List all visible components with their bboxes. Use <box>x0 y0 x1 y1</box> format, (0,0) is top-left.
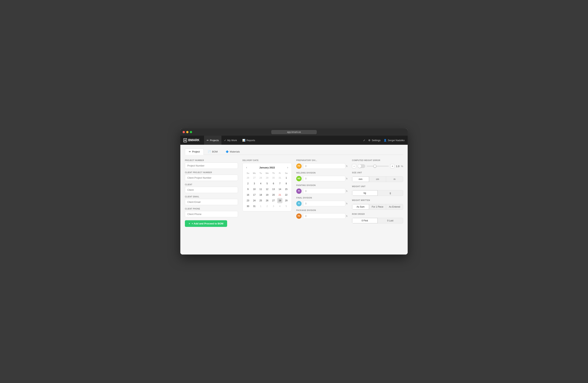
cal-day[interactable]: 29 <box>284 198 289 203</box>
weight-unit-label: WEIGHT UNIT <box>352 185 403 188</box>
cal-day[interactable]: 12 <box>264 187 270 192</box>
cal-day[interactable]: 3 <box>271 204 276 209</box>
tab-materials[interactable]: 🔷 Materials <box>222 149 244 154</box>
div-welding-input[interactable] <box>303 176 345 181</box>
cal-day[interactable]: 30 <box>271 175 276 181</box>
cal-day[interactable]: 2 <box>264 204 270 209</box>
size-unit-cm[interactable]: cm <box>369 176 386 182</box>
url-bar[interactable]: app.bmark.ee <box>271 130 317 134</box>
weight-error-toggle[interactable] <box>358 164 365 168</box>
cal-day[interactable]: 2 <box>245 181 251 186</box>
client-project-number-group: CLIENT PROJECT NUMBER <box>185 172 238 181</box>
cal-day[interactable]: 20 <box>271 192 276 198</box>
cal-day[interactable]: 5 <box>264 181 270 186</box>
navbar: B BMARK ✏ Projects ✓ My Work 📊 Reports ⤢… <box>180 136 408 145</box>
weight-written-as-sum[interactable]: As Sum <box>352 204 369 210</box>
cal-day[interactable]: 31 <box>277 175 282 181</box>
client-input[interactable] <box>185 187 238 193</box>
cal-day[interactable]: 9 <box>245 187 251 192</box>
cal-day[interactable]: 31 <box>252 204 257 209</box>
cal-day[interactable]: 27 <box>252 175 257 181</box>
div-pr-badge: PR <box>296 164 302 169</box>
cal-day[interactable]: 15 <box>284 187 289 192</box>
weight-error-minus-button[interactable]: − <box>352 164 356 168</box>
cal-day[interactable]: 27 <box>271 198 276 203</box>
div-final: FINAL DIVISION FI h <box>296 197 347 206</box>
calendar-prev-button[interactable]: ‹ <box>245 165 248 170</box>
cal-day[interactable]: 6 <box>271 181 276 186</box>
nav-projects[interactable]: ✏ Projects <box>204 136 221 145</box>
cal-day[interactable]: 19 <box>264 192 270 198</box>
cal-day[interactable]: 5 <box>284 204 289 209</box>
size-unit-m[interactable]: m <box>386 176 403 182</box>
settings-column: COMPUTED WEIGHT ERROR − + 1.0 % <box>352 159 403 224</box>
weight-written-label: WEIGHT WRITTEN <box>352 199 403 201</box>
div-preparatory-unit: h <box>346 165 347 168</box>
cal-day[interactable]: 26 <box>264 198 270 203</box>
weight-written-section: WEIGHT WRITTEN As Sum For 1 Piece As Ent… <box>352 199 403 210</box>
cal-day[interactable]: 25 <box>258 198 263 203</box>
div-final-input[interactable] <box>303 201 345 206</box>
client-phone-input[interactable] <box>185 211 238 217</box>
expand-button[interactable]: ⤢ <box>363 139 365 142</box>
cal-day[interactable]: 18 <box>258 192 263 198</box>
div-welding-input-row: h <box>303 176 347 181</box>
cal-day[interactable]: 8 <box>284 181 289 186</box>
cal-day[interactable]: 24 <box>252 198 257 203</box>
cal-day[interactable]: 13 <box>271 187 276 192</box>
add-proceed-bom-button[interactable]: + + Add and Proceed to BOM <box>185 220 227 227</box>
cal-day[interactable]: 7 <box>277 181 282 186</box>
div-painting-input[interactable] <box>303 188 345 194</box>
cal-day[interactable]: 17 <box>252 192 257 198</box>
cal-day[interactable]: 16 <box>245 192 251 198</box>
client-email-group: CLIENT EMAIL <box>185 196 238 205</box>
cal-day[interactable]: 29 <box>264 175 270 181</box>
cal-day[interactable]: 1 <box>284 175 289 181</box>
cal-day-28-selected[interactable]: 28 <box>277 198 282 203</box>
tab-project[interactable]: ✏ Project <box>185 149 204 155</box>
div-package-input-row: h <box>303 213 347 219</box>
maximize-button[interactable] <box>190 131 192 133</box>
minimize-button[interactable] <box>186 131 189 133</box>
cal-day[interactable]: 4 <box>258 181 263 186</box>
cal-day[interactable]: 11 <box>258 187 263 192</box>
div-painting-input-row: h <box>303 188 347 194</box>
cal-day[interactable]: 4 <box>277 204 282 209</box>
row-order-0-last[interactable]: 0 Last <box>378 218 403 223</box>
project-number-input[interactable] <box>185 163 238 169</box>
close-button[interactable] <box>183 131 185 133</box>
cal-day[interactable]: 26 <box>245 175 251 181</box>
weight-error-slider[interactable] <box>367 166 389 167</box>
cal-day[interactable]: 3 <box>252 181 257 186</box>
size-unit-mm[interactable]: mm <box>352 176 369 182</box>
div-preparatory-input[interactable] <box>303 163 345 169</box>
weight-unit-kg[interactable]: kg <box>352 190 378 196</box>
weight-unit-g[interactable]: g <box>378 190 403 196</box>
client-project-number-input[interactable] <box>185 175 238 181</box>
weight-unit-group: kg g <box>352 190 403 196</box>
cal-day-21[interactable]: 21 <box>277 192 282 198</box>
cal-day[interactable]: 22 <box>284 192 289 198</box>
cal-day[interactable]: 1 <box>258 204 263 209</box>
cal-day[interactable]: 30 <box>245 204 251 209</box>
tab-bom[interactable]: 📄 BOM <box>204 149 221 154</box>
nav-projects-label: Projects <box>210 139 219 142</box>
nav-reports[interactable]: 📊 Reports <box>240 136 258 145</box>
nav-my-work[interactable]: ✓ My Work <box>221 136 240 145</box>
cal-day[interactable]: 14 <box>277 187 282 192</box>
weight-error-plus-button[interactable]: + <box>390 164 394 168</box>
client-email-input[interactable] <box>185 199 238 205</box>
cal-day[interactable]: 23 <box>245 198 251 203</box>
div-preparatory: PREPARATORY DIV... PR h <box>296 159 347 169</box>
row-order-0-first[interactable]: 0 First <box>352 218 378 223</box>
cal-day[interactable]: 28 <box>258 175 263 181</box>
delivery-date-label: DELIVERY DATE <box>242 159 292 161</box>
weight-written-for-1-piece[interactable]: For 1 Piece <box>369 204 386 210</box>
user-name: Sergei Nadolko <box>388 139 405 142</box>
weight-written-as-entered[interactable]: As Entered <box>386 204 403 210</box>
div-package-input[interactable] <box>303 213 345 219</box>
settings-nav-item[interactable]: ⚙ Settings <box>368 139 380 142</box>
calendar-next-button[interactable]: › <box>286 165 289 170</box>
cal-day[interactable]: 10 <box>252 187 257 192</box>
user-nav-item[interactable]: 👤 Sergei Nadolko <box>384 139 405 142</box>
